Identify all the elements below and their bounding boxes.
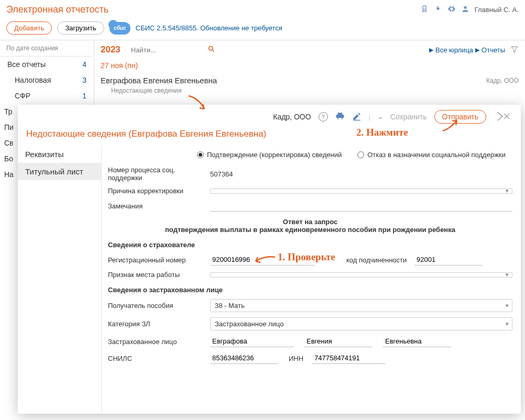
radio-confirm[interactable]: Подтверждение (корректировка) сведений xyxy=(197,151,342,159)
svg-point-2 xyxy=(209,47,213,51)
filter-icon[interactable] xyxy=(510,45,519,55)
year-selector[interactable]: 2023 xyxy=(101,45,121,55)
select-value: Застрахованное лицо xyxy=(215,320,283,328)
report-subtitle: Недостающие сведения xyxy=(111,87,519,94)
input-reg-num[interactable] xyxy=(210,254,315,266)
response-title: Ответ на запрос xyxy=(108,218,512,226)
label-work-sign: Признак места работы xyxy=(108,271,210,279)
page-title: Электронная отчетость xyxy=(6,4,108,15)
svg-point-1 xyxy=(464,6,466,9)
sidebar-item-all[interactable]: Все отчеты 4 xyxy=(0,57,94,72)
help-icon[interactable]: ? xyxy=(319,112,328,121)
select-work-sign[interactable]: ▾ xyxy=(210,272,512,278)
label-insured-person: Застрахованное лицо xyxy=(108,338,210,346)
svg-point-0 xyxy=(422,6,426,9)
person-name[interactable]: Евграфова Евгения Евгеньевна xyxy=(101,76,217,85)
label-recipient: Получатель пособия xyxy=(108,302,210,310)
flame-icon[interactable] xyxy=(434,5,442,15)
user-icon[interactable] xyxy=(461,5,469,15)
input-lastname[interactable] xyxy=(210,336,294,347)
sidebar-item-label: Все отчеты xyxy=(7,60,46,69)
input-firstname[interactable] xyxy=(304,336,373,347)
sidebar-item-tax[interactable]: Налоговая 3 xyxy=(0,72,94,88)
section-insurer: Сведения о страхователе xyxy=(108,241,512,249)
input-notes[interactable] xyxy=(210,200,512,212)
chevron-down-icon[interactable]: ⌄ xyxy=(378,113,383,120)
sidebar-item-count: 4 xyxy=(82,60,86,69)
label-category: Категория ЗЛ xyxy=(108,320,210,328)
label-inn: ИНН xyxy=(289,355,312,362)
sidebar-item-count: 1 xyxy=(82,92,86,100)
sidebar-header: По дате создания xyxy=(0,40,94,57)
save-button[interactable]: Сохранить xyxy=(390,113,427,121)
label-reg-num: Регистрационный номер xyxy=(108,256,210,264)
svg-rect-3 xyxy=(353,119,360,120)
report-modal: Кадр, ООО ? | ⌄ Сохранить Отправить Недо… xyxy=(18,105,521,414)
radio-label: Подтверждение (корректировка) сведений xyxy=(207,151,342,159)
arrow-icon: ▶ xyxy=(429,47,433,53)
search-input[interactable] xyxy=(131,46,204,54)
response-subtitle: подтверждения выплаты в рамках единоврем… xyxy=(108,226,512,234)
select-recipient[interactable]: 38 - Мать▾ xyxy=(210,299,512,312)
label-reason: Причина корректировки xyxy=(108,187,210,195)
label-sub-code: код подчиненности xyxy=(346,256,414,264)
all-entities-link[interactable]: Все юрлица xyxy=(435,46,473,54)
print-icon[interactable] xyxy=(335,112,345,123)
sidebar-item-count: 3 xyxy=(82,76,86,84)
label-notes: Замечания xyxy=(108,202,210,210)
nav-item-title-page[interactable]: Титульный лист xyxy=(18,163,101,180)
radio-label: Отказ в назначении социальной поддержки xyxy=(367,151,506,159)
nav-item-requisites[interactable]: Реквизиты xyxy=(18,146,101,163)
sbis-logo: сбис xyxy=(110,22,130,35)
user-name[interactable]: Главный С. А. xyxy=(475,6,519,14)
select-value: 38 - Мать xyxy=(215,302,245,310)
radio-deny[interactable]: Отказ в назначении социальной поддержки xyxy=(357,151,506,159)
update-status-link[interactable]: СБИС 2.5.545/8855. Обновление не требует… xyxy=(136,24,282,32)
person-org: Кадр, ООО xyxy=(486,77,519,84)
badge-icon[interactable] xyxy=(420,5,429,15)
filter-links: ▶ Все юрлица ▶ Отчеты xyxy=(429,45,519,55)
modal-title: Недостающие сведения (Евграфова Евгения … xyxy=(18,127,521,146)
section-insured: Сведения о застрахованном лице xyxy=(108,286,512,294)
sidebar-item-sfr[interactable]: СФР 1 xyxy=(0,88,94,104)
form-area: Подтверждение (корректировка) сведений О… xyxy=(102,146,521,414)
sidebar-item-label: Налоговая xyxy=(15,76,51,84)
sidebar-item-label: СФР xyxy=(15,92,30,100)
add-button[interactable]: Добавить xyxy=(6,21,52,35)
send-button[interactable]: Отправить xyxy=(434,110,486,124)
select-category[interactable]: Застрахованное лицо▾ xyxy=(210,317,512,330)
search-icon[interactable] xyxy=(207,45,215,54)
gear-icon[interactable] xyxy=(447,5,456,15)
value-proc-num: 507364 xyxy=(210,169,233,180)
close-icon[interactable] xyxy=(497,111,513,123)
input-middlename[interactable] xyxy=(383,336,451,347)
date-header: 27 ноя (пн) xyxy=(101,61,519,70)
select-reason[interactable]: ▾ xyxy=(210,189,512,194)
input-snils[interactable] xyxy=(210,352,278,364)
search-box[interactable] xyxy=(127,43,220,56)
upload-button[interactable]: Загрузить xyxy=(57,21,104,35)
label-proc-num: Номер процесса соц. поддержки xyxy=(108,166,210,182)
input-sub-code[interactable] xyxy=(414,254,483,266)
input-inn[interactable] xyxy=(312,352,386,364)
reports-link[interactable]: Отчеты xyxy=(482,46,505,54)
arrow-icon: ▶ xyxy=(475,47,479,53)
label-snils: СНИЛС xyxy=(108,355,210,362)
edit-icon[interactable] xyxy=(352,112,362,123)
modal-nav: Реквизиты Титульный лист xyxy=(18,146,102,414)
modal-org: Кадр, ООО xyxy=(273,113,311,121)
